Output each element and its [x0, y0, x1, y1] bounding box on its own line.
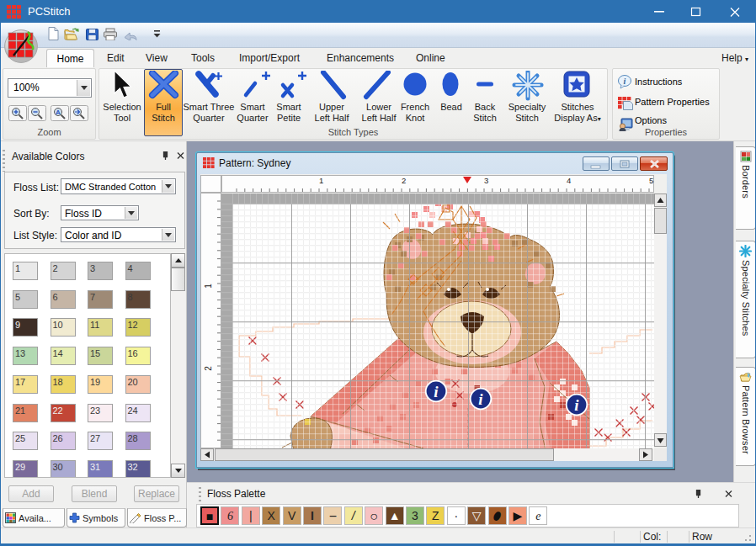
svg-text:5: 5 — [649, 176, 653, 185]
svg-text:i: i — [478, 390, 483, 408]
svg-text:1: 1 — [319, 176, 323, 185]
svg-text:2: 2 — [204, 366, 213, 371]
svg-text:4: 4 — [567, 176, 571, 185]
svg-text:i: i — [434, 383, 439, 400]
svg-text:3: 3 — [484, 176, 488, 185]
svg-text:1: 1 — [204, 284, 213, 289]
svg-text:i: i — [624, 77, 626, 86]
svg-text:2: 2 — [402, 176, 406, 185]
svg-text:A: A — [56, 109, 61, 116]
svg-text:i: i — [574, 396, 579, 414]
